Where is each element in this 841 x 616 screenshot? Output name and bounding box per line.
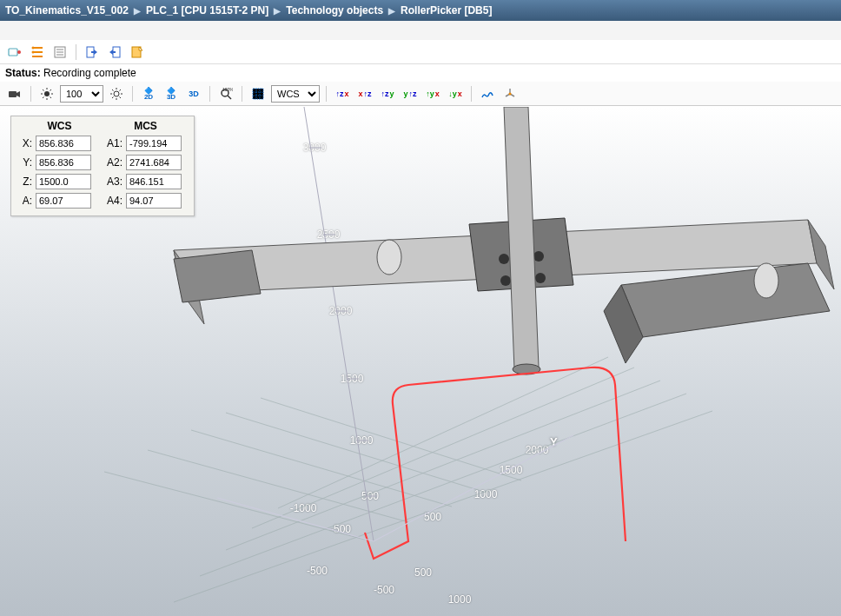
roller-picker-model — [174, 107, 834, 374]
breadcrumb-item[interactable]: PLC_1 [CPU 1515T-2 PN] — [146, 4, 268, 17]
svg-marker-36 — [174, 250, 261, 302]
svg-point-13 — [509, 92, 512, 95]
svg-point-43 — [377, 240, 401, 275]
breadcrumb-item[interactable]: TO_Kinematics_V15_002 — [5, 4, 129, 17]
svg-line-18 — [278, 357, 608, 508]
svg-marker-42 — [504, 107, 539, 369]
view-3d-button[interactable]: 3D — [184, 84, 203, 103]
wcs-x-field[interactable] — [36, 136, 91, 151]
svg-point-3 — [32, 50, 35, 53]
export-button[interactable] — [105, 43, 124, 62]
view-2d3d-button[interactable]: 🔷3D — [162, 84, 181, 103]
svg-point-44 — [754, 263, 778, 298]
svg-point-2 — [32, 46, 35, 49]
breadcrumb-item[interactable]: Technology objects — [286, 4, 383, 17]
status-label: Status: — [5, 67, 41, 79]
svg-line-19 — [104, 472, 365, 540]
coordinate-panel: WCS MCS X: A1: Y: A2: Z: A3: A: A4: — [10, 116, 195, 216]
view-toolbar: 100 🔷2D 🔷3D 3D 100% WCS ↑zx x↑z ↑zy y↑z … — [0, 82, 841, 106]
svg-point-9 — [44, 91, 50, 96]
record-button[interactable] — [5, 43, 24, 62]
svg-line-24 — [304, 107, 374, 541]
chevron-right-icon: ▶ — [388, 6, 395, 16]
export-trace-button[interactable] — [128, 43, 147, 62]
axis-yx-button[interactable]: ↑yx — [423, 84, 442, 103]
coord-label: A4: — [102, 195, 123, 207]
status-text: Recording complete — [43, 67, 136, 79]
wcs-a-field[interactable] — [36, 193, 91, 209]
svg-marker-34 — [621, 263, 830, 337]
svg-point-41 — [535, 273, 546, 283]
coord-label: A2: — [102, 156, 123, 169]
zoom-fit-button[interactable]: 100% — [216, 84, 235, 103]
axis-xy-button[interactable]: ↓yx — [446, 84, 465, 103]
svg-point-10 — [114, 91, 119, 96]
svg-line-16 — [226, 381, 660, 550]
wcs-z-field[interactable] — [36, 174, 91, 189]
coord-label: A: — [17, 195, 32, 207]
zoom-select[interactable]: 100 — [60, 85, 103, 103]
coord-row: X: A1: — [17, 136, 189, 151]
brightness-button[interactable] — [107, 84, 126, 103]
axis-zx-button[interactable]: ↑zx — [333, 84, 352, 103]
coord-row: A: A4: — [17, 193, 189, 209]
toolbar-separator — [242, 86, 242, 102]
svg-line-46 — [374, 435, 573, 541]
svg-point-38 — [499, 254, 509, 264]
coord-label: Y: — [17, 156, 32, 169]
mcs-a3-field[interactable] — [126, 174, 182, 189]
svg-rect-8 — [9, 91, 17, 97]
frame-button[interactable] — [500, 84, 520, 103]
axis-zy-button[interactable]: ↑zy — [378, 84, 397, 103]
breadcrumb: TO_Kinematics_V15_002 ▶ PLC_1 [CPU 1515T… — [0, 0, 841, 21]
wcs-header: WCS — [17, 120, 103, 132]
svg-line-22 — [226, 413, 487, 493]
svg-point-1 — [17, 50, 21, 54]
svg-point-40 — [500, 275, 511, 286]
mcs-a4-field[interactable] — [126, 193, 182, 209]
main-toolbar — [0, 40, 841, 64]
svg-line-23 — [261, 398, 521, 480]
viewport-3d[interactable]: WCS MCS X: A1: Y: A2: Z: A3: A: A4: — [0, 107, 841, 616]
mcs-a2-field[interactable] — [126, 155, 182, 170]
svg-point-39 — [533, 251, 544, 262]
mcs-header: MCS — [103, 120, 189, 132]
camera-button[interactable] — [5, 84, 24, 103]
import-button[interactable] — [83, 43, 102, 62]
toolbar-separator — [132, 86, 133, 102]
toolbar-separator — [209, 86, 210, 102]
menubar-spacer — [0, 21, 841, 40]
toolbar-separator — [76, 44, 76, 60]
coord-label: X: — [17, 137, 32, 149]
svg-text:100%: 100% — [222, 87, 233, 92]
trace-button[interactable] — [478, 84, 497, 103]
chevron-right-icon: ▶ — [274, 6, 281, 16]
coord-label: A3: — [102, 176, 123, 188]
svg-line-20 — [148, 450, 408, 522]
svg-line-21 — [191, 430, 452, 507]
breadcrumb-item[interactable]: RollerPicker [DB5] — [401, 4, 492, 17]
wcs-y-field[interactable] — [36, 155, 91, 170]
coord-system-select[interactable]: WCS — [271, 85, 320, 103]
chevron-right-icon: ▶ — [134, 6, 141, 16]
light-button[interactable] — [37, 84, 56, 103]
axis-xz-button[interactable]: x↑z — [355, 84, 374, 103]
grid-button[interactable] — [248, 84, 268, 103]
coord-row: Z: A3: — [17, 174, 189, 189]
svg-rect-0 — [9, 49, 17, 56]
options-button[interactable] — [28, 43, 47, 62]
status-bar: Status: Recording complete — [0, 64, 841, 82]
axis-yz-button[interactable]: y↑z — [401, 84, 420, 103]
motion-trace — [365, 368, 626, 559]
mcs-a1-field[interactable] — [126, 136, 182, 151]
coord-label: Z: — [17, 176, 32, 188]
toolbar-separator — [471, 86, 472, 102]
toolbar-separator — [30, 86, 31, 102]
toolbar-separator — [326, 86, 327, 102]
list-button[interactable] — [50, 43, 70, 62]
coord-label: A1: — [102, 137, 123, 149]
coord-row: Y: A2: — [17, 155, 189, 170]
view-2d-button[interactable]: 🔷2D — [139, 84, 158, 103]
svg-line-14 — [174, 411, 712, 602]
